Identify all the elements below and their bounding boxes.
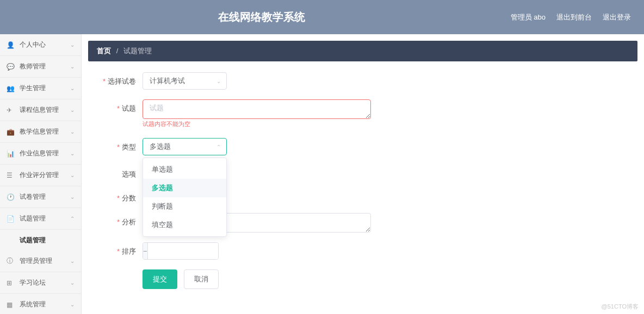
user-label[interactable]: 管理员 abo [511, 12, 546, 22]
breadcrumb-home[interactable]: 首页 [97, 47, 111, 55]
chevron-down-icon: ⌄ [70, 258, 75, 264]
type-dropdown: 单选题 多选题 判断题 填空题 [143, 158, 227, 237]
sidebar-item-admin[interactable]: ⓘ 管理员管理 ⌄ [0, 250, 81, 272]
sidebar-item-personal[interactable]: 👤 个人中心 ⌄ [0, 34, 81, 56]
question-input[interactable]: 试题 [143, 99, 371, 119]
logout-link[interactable]: 退出登录 [603, 12, 631, 22]
sidebar-item-course[interactable]: ✈ 课程信息管理 ⌄ [0, 99, 81, 121]
label-question: 试题 [99, 99, 143, 114]
chevron-down-icon: ⌄ [216, 78, 221, 84]
nav-icon: ✈ [7, 106, 15, 114]
bars-icon: 📊 [7, 150, 15, 158]
info-icon: ⓘ [7, 256, 15, 266]
chat-icon: 💬 [7, 63, 15, 71]
label-type: 类型 [99, 138, 143, 152]
briefcase-icon: 💼 [7, 128, 15, 136]
order-field[interactable] [148, 243, 219, 259]
sidebar-item-grading[interactable]: ☰ 作业评分管理 ⌄ [0, 165, 81, 186]
header-links: 管理员 abo 退出到前台 退出登录 [511, 12, 631, 22]
users-icon: 👥 [7, 85, 15, 92]
watermark: @51CTO博客 [602, 303, 639, 311]
label-score: 分数 [99, 189, 143, 203]
sidebar-item-system[interactable]: ▦ 系统管理 ⌄ [0, 294, 81, 314]
chevron-down-icon: ⌄ [70, 280, 75, 286]
chevron-down-icon: ⌄ [70, 172, 75, 178]
select-paper[interactable]: 计算机考试 ⌄ [143, 72, 227, 90]
question-error: 试题内容不能为空 [143, 120, 371, 128]
label-select-paper: 选择试卷 [99, 72, 143, 86]
breadcrumb: 首页 / 试题管理 [88, 41, 637, 61]
chevron-down-icon: ⌄ [70, 194, 75, 200]
cancel-button[interactable]: 取消 [184, 269, 219, 289]
app-header: 在线网络教学系统 管理员 abo 退出到前台 退出登录 [0, 0, 644, 34]
app-title: 在线网络教学系统 [13, 10, 511, 24]
sidebar-item-teaching[interactable]: 💼 教学信息管理 ⌄ [0, 121, 81, 143]
type-option-multi[interactable]: 多选题 [143, 179, 226, 197]
submit-button[interactable]: 提交 [143, 269, 177, 289]
type-option-fill[interactable]: 填空题 [143, 216, 226, 234]
type-option-judge[interactable]: 判断题 [143, 197, 226, 216]
clock-icon: 🕐 [7, 193, 15, 201]
breadcrumb-sep: / [116, 47, 119, 55]
sidebar-item-forum[interactable]: ⊞ 学习论坛 ⌄ [0, 272, 81, 294]
chevron-down-icon: ⌄ [70, 150, 75, 156]
order-stepper: − + [143, 242, 219, 260]
label-options: 选项 [99, 165, 143, 179]
chevron-down-icon: ⌄ [70, 129, 75, 135]
list-icon: ☰ [7, 172, 15, 179]
chevron-down-icon: ⌄ [70, 85, 75, 91]
exit-front-link[interactable]: 退出到前台 [556, 12, 592, 22]
order-minus-button[interactable]: − [143, 243, 148, 259]
sidebar-item-student[interactable]: 👥 学生管理 ⌄ [0, 78, 81, 99]
select-type[interactable]: 多选题 ⌃ [143, 138, 227, 155]
sidebar-item-teacher[interactable]: 💬 教师管理 ⌄ [0, 56, 81, 78]
chevron-down-icon: ⌄ [70, 42, 75, 48]
chevron-up-icon: ⌃ [216, 144, 221, 150]
sidebar-subitem-question[interactable]: 试题管理 [0, 230, 81, 250]
chevron-down-icon: ⌄ [70, 64, 75, 70]
window-icon: ⊞ [7, 279, 15, 287]
sidebar-item-homework[interactable]: 📊 作业信息管理 ⌄ [0, 143, 81, 165]
grid-icon: ▦ [7, 301, 15, 309]
sidebar-item-exam[interactable]: 🕐 试卷管理 ⌄ [0, 186, 81, 208]
label-order: 排序 [99, 242, 143, 256]
chevron-up-icon: ⌃ [70, 216, 75, 222]
sidebar-item-question[interactable]: 📄 试题管理 ⌃ [0, 208, 81, 230]
type-option-single[interactable]: 单选题 [143, 160, 226, 179]
user-icon: 👤 [7, 41, 15, 49]
label-analysis: 分析 [99, 213, 143, 227]
question-form: 选择试卷 计算机考试 ⌄ 试题 试题 试题内容不能为空 类型 [88, 72, 637, 289]
main-content: 首页 / 试题管理 选择试卷 计算机考试 ⌄ 试题 试题 试题内容不能为空 [82, 34, 644, 314]
sidebar: 👤 个人中心 ⌄ 💬 教师管理 ⌄ 👥 学生管理 ⌄ ✈ 课程信息管理 ⌄ 💼 … [0, 34, 82, 314]
doc-icon: 📄 [7, 215, 15, 223]
breadcrumb-current: 试题管理 [123, 47, 152, 55]
chevron-down-icon: ⌄ [70, 302, 75, 307]
chevron-down-icon: ⌄ [70, 107, 75, 113]
